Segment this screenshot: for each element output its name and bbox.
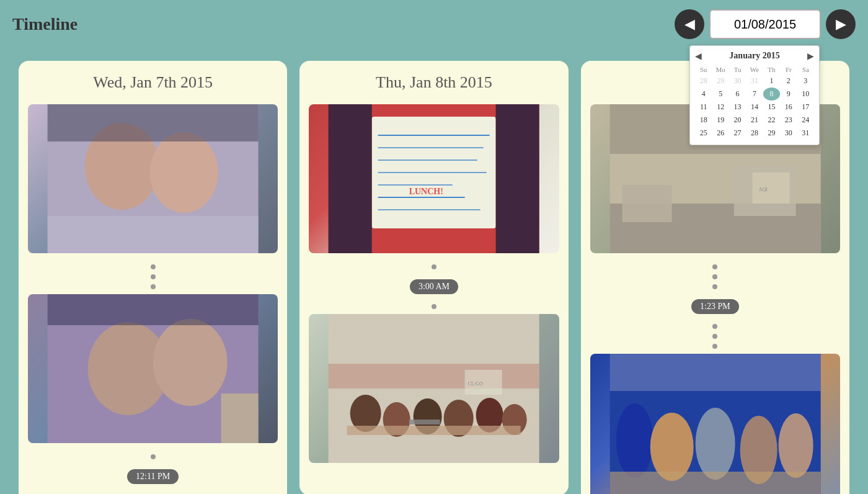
prev-button[interactable]: ◀ bbox=[675, 9, 704, 39]
date-input[interactable] bbox=[709, 9, 821, 39]
day-column-1: Wed, Jan 7th 2015 bbox=[19, 61, 287, 494]
cal-day[interactable]: 9 bbox=[780, 88, 797, 101]
photo-3-2 bbox=[590, 354, 840, 494]
calendar-grid: SuMoTuWeThFrSa 2829303112345678910111213… bbox=[695, 65, 814, 140]
svg-rect-30 bbox=[347, 426, 521, 435]
cal-day[interactable]: 30 bbox=[729, 74, 746, 88]
timeline-dots-2b bbox=[432, 302, 436, 312]
calendar-header: ◀ January 2015 ▶ bbox=[695, 51, 814, 61]
cal-day[interactable]: 8 bbox=[763, 88, 780, 101]
cal-day[interactable]: 30 bbox=[780, 127, 797, 140]
svg-rect-31 bbox=[409, 420, 440, 424]
cal-day[interactable]: 15 bbox=[763, 101, 780, 114]
svg-rect-4 bbox=[48, 216, 259, 253]
svg-rect-39 bbox=[752, 173, 789, 204]
cal-day[interactable]: 31 bbox=[797, 127, 814, 140]
cal-day[interactable]: 1 bbox=[763, 74, 780, 88]
timeline-dots-1b bbox=[151, 452, 156, 462]
cal-day[interactable]: 10 bbox=[797, 88, 814, 101]
svg-rect-13 bbox=[496, 104, 539, 253]
timeline-dots-3a bbox=[712, 262, 717, 292]
cal-day[interactable]: 23 bbox=[780, 114, 797, 127]
cal-weekday: Sa bbox=[797, 65, 814, 74]
app-title: Timeline bbox=[12, 14, 78, 34]
timeline-dots-3b bbox=[712, 321, 717, 351]
cal-day[interactable]: 20 bbox=[729, 114, 746, 127]
cal-day[interactable]: 19 bbox=[712, 114, 728, 127]
cal-day[interactable]: 11 bbox=[695, 101, 712, 114]
timeline-dots-1 bbox=[151, 262, 156, 292]
cal-weekday: Th bbox=[763, 65, 780, 74]
cal-day[interactable]: 5 bbox=[712, 88, 728, 101]
cal-day[interactable]: 24 bbox=[797, 114, 814, 127]
time-badge-3: 1:23 PM bbox=[691, 299, 739, 314]
next-button[interactable]: ▶ bbox=[826, 9, 856, 39]
cal-day[interactable]: 16 bbox=[780, 101, 797, 114]
day-column-2: Thu, Jan 8th 2015 LUNCH! 3:00 AM bbox=[299, 61, 568, 494]
svg-point-44 bbox=[695, 408, 735, 480]
cal-day[interactable]: 4 bbox=[695, 88, 712, 101]
photo-2-1: LUNCH! bbox=[309, 104, 559, 253]
cal-day[interactable]: 22 bbox=[763, 114, 780, 127]
cal-weekday: Tu bbox=[729, 65, 746, 74]
cal-day[interactable]: 31 bbox=[746, 74, 763, 88]
cal-day[interactable]: 3 bbox=[797, 74, 814, 88]
photo-2-2: CL:GO bbox=[309, 314, 559, 463]
cal-day[interactable]: 28 bbox=[746, 127, 763, 140]
svg-rect-47 bbox=[609, 472, 820, 494]
svg-rect-9 bbox=[221, 393, 259, 443]
cal-day[interactable]: 25 bbox=[695, 127, 712, 140]
cal-day[interactable]: 12 bbox=[712, 101, 728, 114]
cal-next-button[interactable]: ▶ bbox=[807, 51, 814, 61]
header-controls: ◀ ▶ ◀ January 2015 ▶ SuMoTuWeThFrSa 2829… bbox=[675, 9, 856, 39]
cal-day[interactable]: 29 bbox=[763, 127, 780, 140]
svg-rect-12 bbox=[329, 104, 372, 253]
cal-day[interactable]: 14 bbox=[746, 101, 763, 114]
svg-point-2 bbox=[150, 132, 218, 213]
cal-day[interactable]: 21 bbox=[746, 114, 763, 127]
cal-weekday: We bbox=[746, 65, 763, 74]
cal-prev-button[interactable]: ◀ bbox=[695, 51, 702, 61]
calendar-dropdown: ◀ January 2015 ▶ SuMoTuWeThFrSa 28293031… bbox=[689, 45, 820, 145]
svg-rect-48 bbox=[609, 354, 820, 391]
photo-1-2 bbox=[28, 294, 278, 443]
cal-day[interactable]: 28 bbox=[695, 74, 712, 88]
time-badge-1: 12:11 PM bbox=[127, 469, 179, 484]
svg-point-43 bbox=[650, 413, 693, 481]
svg-point-42 bbox=[616, 403, 653, 478]
cal-month-label: January 2015 bbox=[729, 51, 779, 61]
cal-day[interactable]: 2 bbox=[780, 74, 797, 88]
app-header: Timeline ◀ ▶ ◀ January 2015 ▶ SuMoTuWeTh… bbox=[0, 0, 868, 48]
svg-text:CL:GO: CL:GO bbox=[468, 381, 483, 387]
day-title-2: Thu, Jan 8th 2015 bbox=[376, 73, 492, 92]
svg-text:LUNCH!: LUNCH! bbox=[409, 187, 443, 196]
svg-rect-23 bbox=[329, 364, 539, 388]
cal-day[interactable]: 26 bbox=[712, 127, 728, 140]
cal-day[interactable]: 7 bbox=[746, 88, 763, 101]
cal-weekday: Su bbox=[695, 65, 712, 74]
time-badge-2: 3:00 AM bbox=[410, 279, 458, 294]
cal-day[interactable]: 6 bbox=[729, 88, 746, 101]
timeline-dots-2a bbox=[432, 262, 436, 272]
day-title-1: Wed, Jan 7th 2015 bbox=[93, 73, 213, 92]
svg-text:AQI: AQI bbox=[758, 187, 768, 192]
cal-weekday: Mo bbox=[712, 65, 728, 74]
cal-day[interactable]: 13 bbox=[729, 101, 746, 114]
svg-point-7 bbox=[153, 319, 228, 406]
cal-day[interactable]: 29 bbox=[712, 74, 728, 88]
cal-weekday: Fr bbox=[780, 65, 797, 74]
cal-day[interactable]: 27 bbox=[729, 127, 746, 140]
cal-day[interactable]: 18 bbox=[695, 114, 712, 127]
svg-rect-3 bbox=[48, 104, 259, 141]
cal-day[interactable]: 17 bbox=[797, 101, 814, 114]
svg-point-46 bbox=[778, 413, 813, 478]
svg-rect-8 bbox=[48, 294, 259, 325]
svg-rect-37 bbox=[622, 185, 671, 222]
photo-1-1 bbox=[28, 104, 278, 253]
